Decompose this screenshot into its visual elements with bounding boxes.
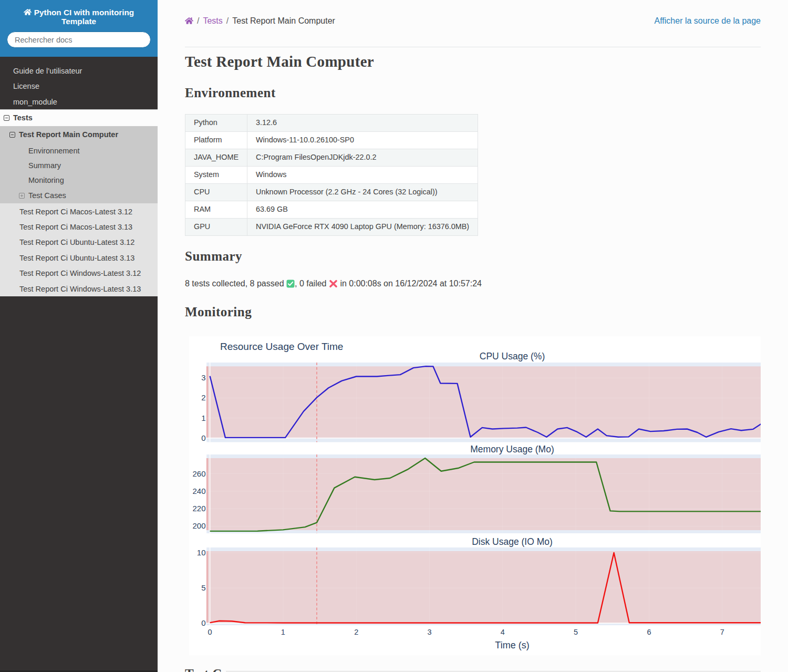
- svg-text:1: 1: [281, 628, 285, 636]
- svg-text:0: 0: [208, 628, 212, 636]
- svg-text:2: 2: [354, 628, 358, 636]
- svg-text:Memory Usage (Mo): Memory Usage (Mo): [470, 444, 554, 454]
- svg-text:240: 240: [192, 487, 205, 495]
- svg-text:4: 4: [501, 628, 505, 636]
- svg-text:1: 1: [201, 413, 205, 422]
- svg-text:5: 5: [201, 583, 205, 592]
- svg-text:6: 6: [647, 628, 651, 636]
- svg-text:220: 220: [192, 504, 205, 513]
- svg-text:0: 0: [201, 433, 205, 442]
- svg-text:2: 2: [201, 393, 205, 402]
- svg-text:3: 3: [427, 628, 431, 636]
- svg-text:7: 7: [720, 628, 724, 636]
- svg-text:5: 5: [574, 628, 578, 636]
- svg-text:Disk Usage (IO Mo): Disk Usage (IO Mo): [472, 536, 553, 547]
- svg-text:Resource Usage Over Time: Resource Usage Over Time: [220, 341, 343, 352]
- svg-text:3: 3: [201, 373, 205, 382]
- svg-text:10: 10: [197, 548, 206, 557]
- svg-text:CPU Usage (%): CPU Usage (%): [480, 351, 545, 361]
- svg-text:0: 0: [201, 618, 205, 627]
- svg-text:Time (s): Time (s): [495, 640, 529, 650]
- svg-text:200: 200: [192, 521, 205, 530]
- svg-text:260: 260: [192, 469, 205, 478]
